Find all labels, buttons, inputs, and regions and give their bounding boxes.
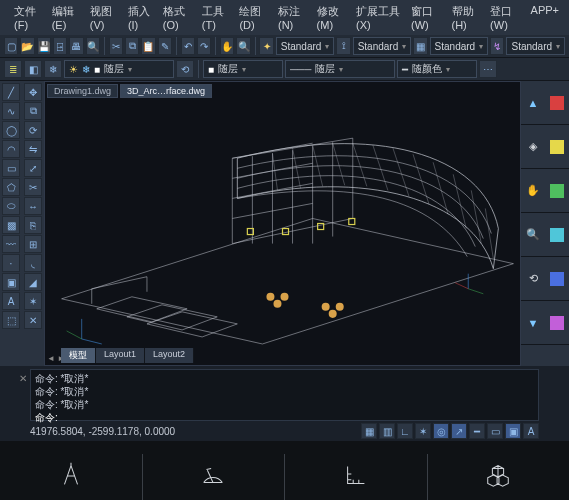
view-cube-icon[interactable]: ◈ <box>521 125 545 169</box>
mleader-icon[interactable]: ↯ <box>490 37 504 55</box>
ellipse-tool-icon[interactable]: ⬭ <box>2 197 20 215</box>
arc-tool-icon[interactable]: ◠ <box>2 140 20 158</box>
pan-icon[interactable]: ✋ <box>220 37 234 55</box>
save-icon[interactable]: 💾 <box>37 37 51 55</box>
format-dwg[interactable]: DWG <box>428 454 570 500</box>
copy-tool-icon[interactable]: ⧉ <box>24 102 42 120</box>
dim-style-icon[interactable]: ⟟ <box>336 37 350 55</box>
format-dxf[interactable]: DXF <box>143 454 286 500</box>
array-tool-icon[interactable]: ⊞ <box>24 235 42 253</box>
drawing-viewport[interactable]: Drawing1.dwg 3D_Arc…rface.dwg <box>44 81 521 366</box>
menu-dim[interactable]: 标注(N) <box>274 2 311 33</box>
zoom-small-icon[interactable]: 🔍 <box>521 213 545 257</box>
menu-modify[interactable]: 修改(M) <box>313 2 351 33</box>
pline-tool-icon[interactable]: ∿ <box>2 102 20 120</box>
chamfer-tool-icon[interactable]: ◢ <box>24 273 42 291</box>
menu-window2[interactable]: 登口(W) <box>486 2 524 33</box>
color-magenta[interactable] <box>545 301 569 345</box>
model-toggle-icon[interactable]: ▣ <box>505 423 521 439</box>
dim-style-dropdown[interactable]: Standard▾ <box>353 37 412 55</box>
trim-tool-icon[interactable]: ✂ <box>24 178 42 196</box>
linetype-dropdown[interactable]: ─── 随层 ▾ <box>285 60 395 78</box>
otrack-toggle-icon[interactable]: ↗ <box>451 423 467 439</box>
color-yellow[interactable] <box>545 125 569 169</box>
menu-edit[interactable]: 编辑(E) <box>48 2 84 33</box>
menu-tools[interactable]: 工具(T) <box>198 2 234 33</box>
line-tool-icon[interactable]: ╱ <box>2 83 20 101</box>
osnap-toggle-icon[interactable]: ◎ <box>433 423 449 439</box>
redo-icon[interactable]: ↷ <box>197 37 211 55</box>
scale-tool-icon[interactable]: ⤢ <box>24 159 42 177</box>
grid-toggle-icon[interactable]: ▥ <box>379 423 395 439</box>
explode-tool-icon[interactable]: ✶ <box>24 292 42 310</box>
mirror-tool-icon[interactable]: ⇋ <box>24 140 42 158</box>
region-tool-icon[interactable]: ⬚ <box>2 311 20 329</box>
cmd-prompt[interactable]: 命令: <box>35 411 534 424</box>
tab-layout1[interactable]: Layout1 <box>96 348 145 363</box>
move-tool-icon[interactable]: ✥ <box>24 83 42 101</box>
rect-tool-icon[interactable]: ▭ <box>2 159 20 177</box>
dyn-toggle-icon[interactable]: ▭ <box>487 423 503 439</box>
color-green[interactable] <box>545 169 569 213</box>
menu-file[interactable]: 文件(F) <box>10 2 46 33</box>
anno-toggle-icon[interactable]: A <box>523 423 539 439</box>
tab-model[interactable]: 模型 <box>61 348 96 363</box>
color-red[interactable] <box>545 81 569 125</box>
open-icon[interactable]: 📂 <box>20 37 34 55</box>
menu-window[interactable]: 窗口(W) <box>407 2 445 33</box>
block-tool-icon[interactable]: ▣ <box>2 273 20 291</box>
table-style-dropdown[interactable]: Standard▾ <box>430 37 489 55</box>
lineweight-dropdown[interactable]: ━ 随颜色 ▾ <box>397 60 477 78</box>
linetype-manager-icon[interactable]: ⋯ <box>479 60 497 78</box>
spline-tool-icon[interactable]: 〰 <box>2 235 20 253</box>
tab-layout2[interactable]: Layout2 <box>145 348 194 363</box>
color-dropdown[interactable]: ■ 随层 ▾ <box>203 60 283 78</box>
nav-top-icon[interactable]: ▲ <box>521 81 545 125</box>
new-icon[interactable]: ▢ <box>4 37 18 55</box>
command-panel[interactable]: ✕ 命令: *取消* 命令: *取消* 命令: *取消* 命令: <box>30 369 539 421</box>
menu-draw[interactable]: 绘图(D) <box>235 2 272 33</box>
layer-manager-icon[interactable]: ≣ <box>4 60 22 78</box>
format-dwt[interactable]: DWT <box>285 454 428 500</box>
preview-icon[interactable]: 🔍 <box>86 37 100 55</box>
nav-bottom-icon[interactable]: ▼ <box>521 301 545 345</box>
paste-icon[interactable]: 📋 <box>141 37 155 55</box>
layer-state-icon[interactable]: ◧ <box>24 60 42 78</box>
offset-tool-icon[interactable]: ⎘ <box>24 216 42 234</box>
point-tool-icon[interactable]: · <box>2 254 20 272</box>
zoom-icon[interactable]: 🔍 <box>236 37 250 55</box>
snap-toggle-icon[interactable]: ▦ <box>361 423 377 439</box>
color-cyan[interactable] <box>545 213 569 257</box>
layer-freeze-icon[interactable]: ❄ <box>44 60 62 78</box>
rotate-tool-icon[interactable]: ⟳ <box>24 121 42 139</box>
orbit-icon[interactable]: ⟲ <box>521 257 545 301</box>
hatch-tool-icon[interactable]: ▩ <box>2 216 20 234</box>
undo-icon[interactable]: ↶ <box>181 37 195 55</box>
saveas-icon[interactable]: ⍈ <box>53 37 67 55</box>
layer-dropdown[interactable]: ☀ ❄ ■ 随层 ▾ <box>64 60 174 78</box>
copy-icon[interactable]: ⧉ <box>125 37 139 55</box>
menu-view[interactable]: 视图(V) <box>86 2 122 33</box>
cut-icon[interactable]: ✂ <box>109 37 123 55</box>
extend-tool-icon[interactable]: ↔ <box>24 197 42 215</box>
lwt-toggle-icon[interactable]: ━ <box>469 423 485 439</box>
format-dwf[interactable]: DWF <box>0 454 143 500</box>
pan-small-icon[interactable]: ✋ <box>521 169 545 213</box>
menu-insert[interactable]: 插入(I) <box>124 2 157 33</box>
mleader-dropdown[interactable]: Standard▾ <box>506 37 565 55</box>
table-style-icon[interactable]: ▦ <box>413 37 427 55</box>
erase-tool-icon[interactable]: ✕ <box>24 311 42 329</box>
menu-help[interactable]: 帮助(H) <box>448 2 485 33</box>
match-icon[interactable]: ✎ <box>158 37 172 55</box>
fillet-tool-icon[interactable]: ◟ <box>24 254 42 272</box>
doc-tab-2[interactable]: 3D_Arc…rface.dwg <box>120 84 212 98</box>
circle-tool-icon[interactable]: ◯ <box>2 121 20 139</box>
menu-format[interactable]: 格式(O) <box>159 2 196 33</box>
style-icon[interactable]: ✦ <box>259 37 273 55</box>
menu-ext[interactable]: 扩展工具(X) <box>352 2 405 33</box>
doc-tab-1[interactable]: Drawing1.dwg <box>47 84 118 98</box>
polygon-tool-icon[interactable]: ⬠ <box>2 178 20 196</box>
color-blue[interactable] <box>545 257 569 301</box>
layer-prev-icon[interactable]: ⟲ <box>176 60 194 78</box>
print-icon[interactable]: 🖶 <box>69 37 83 55</box>
